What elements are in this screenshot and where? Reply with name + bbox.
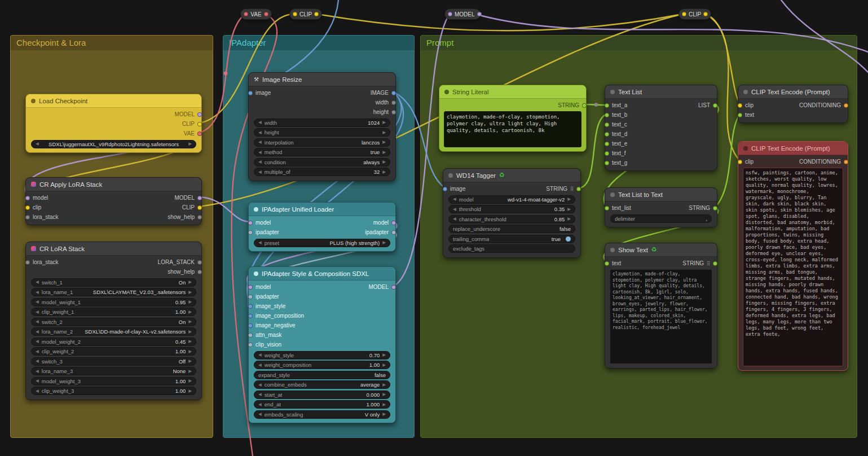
- input-slot-image[interactable]: [443, 187, 447, 191]
- output-slot-string[interactable]: [713, 206, 717, 211]
- left-arrow-icon[interactable]: ◀: [258, 363, 262, 367]
- right-arrow-icon[interactable]: ▶: [382, 240, 386, 245]
- string-textarea[interactable]: claymotion, made-of-clay, stopmotion, po…: [444, 111, 581, 147]
- left-arrow-icon[interactable]: ◀: [258, 130, 262, 135]
- left-arrow-icon[interactable]: ◀: [453, 217, 456, 221]
- node-ipadapter-unified-loader[interactable]: IPAdapter Unified Loader model model ipa…: [248, 202, 396, 252]
- widget-replace-underscore[interactable]: replace_underscorefalse: [448, 225, 575, 233]
- left-arrow-icon[interactable]: ◀: [36, 369, 39, 374]
- input-slot-ipadapter[interactable]: [248, 295, 253, 299]
- node-cr-lora-stack[interactable]: CR LoRA Stack lora_stack LORA_STACK show…: [25, 242, 202, 400]
- left-arrow-icon[interactable]: ◀: [36, 359, 39, 363]
- widget-lora-name-1[interactable]: ◀lora_name_1SDXL\CLAYMATE_V2.03_.safeten…: [31, 288, 196, 296]
- output-slot-model[interactable]: [391, 221, 396, 225]
- left-arrow-icon[interactable]: ◀: [36, 280, 39, 284]
- output-slot-clip[interactable]: [197, 122, 202, 126]
- widget-weight-composition[interactable]: ◀weight_composition1.00▶: [254, 361, 390, 369]
- right-arrow-icon[interactable]: ▶: [382, 383, 386, 387]
- input-slot-image-style[interactable]: [248, 304, 253, 309]
- output-slot-width[interactable]: [391, 100, 396, 105]
- left-arrow-icon[interactable]: ◀: [258, 353, 262, 357]
- reroute-pill-clip-2[interactable]: CLIP: [678, 8, 711, 20]
- output-slot-model[interactable]: [391, 285, 396, 290]
- input-slot-image[interactable]: [248, 91, 253, 95]
- right-arrow-icon[interactable]: ▶: [382, 392, 386, 397]
- node-text-list-to-text[interactable]: Text List to Text text_list STRING delim…: [605, 187, 717, 227]
- widget-expand-style[interactable]: expand_stylefalse: [254, 371, 390, 379]
- toggle-dot-icon[interactable]: [566, 236, 571, 242]
- right-arrow-icon[interactable]: ▶: [567, 197, 571, 201]
- right-arrow-icon[interactable]: ▶: [188, 379, 192, 383]
- output-slot-model[interactable]: [197, 196, 202, 200]
- node-header[interactable]: CLIP Text Encode (Prompt): [738, 85, 848, 99]
- node-header[interactable]: CLIP Text Encode (Prompt): [738, 142, 848, 155]
- collapse-dot-icon[interactable]: [254, 207, 258, 212]
- input-slot-ipadapter[interactable]: [248, 230, 253, 235]
- left-arrow-icon[interactable]: ◀: [258, 140, 262, 144]
- widget-end-at[interactable]: ◀end_at1.000▶: [254, 400, 390, 409]
- input-slot-lora-stack[interactable]: [25, 215, 30, 220]
- widget-clip-weight-1[interactable]: ◀clip_weight_11.00▶: [31, 308, 196, 316]
- collapse-dot-icon[interactable]: [448, 173, 453, 178]
- widget-switch-2[interactable]: ◀switch_2On▶: [31, 318, 196, 326]
- right-arrow-icon[interactable]: ▶: [382, 402, 386, 407]
- right-arrow-icon[interactable]: ▶: [382, 150, 386, 155]
- input-slot-text[interactable]: [738, 113, 742, 117]
- node-wd14-tagger[interactable]: WD14 Tagger ♻ image STRING⣿ ◀modelwd-v1-…: [443, 168, 581, 258]
- left-arrow-icon[interactable]: ◀: [36, 330, 39, 334]
- left-arrow-icon[interactable]: ◀: [36, 389, 39, 393]
- collapse-dot-icon[interactable]: [254, 271, 258, 276]
- combo-right-arrow-icon[interactable]: ▶: [188, 142, 192, 146]
- widget-clip-weight-3[interactable]: ◀clip_weight_31.00▶: [31, 387, 196, 395]
- node-header[interactable]: WD14 Tagger ♻: [443, 169, 580, 182]
- widget-exclude-tags[interactable]: exclude_tags: [448, 244, 575, 253]
- collapse-dot-icon[interactable]: [743, 146, 748, 151]
- left-arrow-icon[interactable]: ◀: [258, 412, 262, 416]
- right-arrow-icon[interactable]: ▶: [382, 120, 386, 125]
- output-slot-string[interactable]: [713, 261, 717, 266]
- widget-interpolation[interactable]: ◀interpolationlanczos▶: [254, 138, 390, 147]
- right-arrow-icon[interactable]: ▶: [188, 349, 192, 354]
- input-slot-vae[interactable]: [244, 12, 248, 16]
- input-slot-clip[interactable]: [682, 12, 686, 16]
- input-slot-attn-mask[interactable]: [248, 333, 253, 337]
- right-arrow-icon[interactable]: ▶: [188, 310, 192, 314]
- input-slot-model[interactable]: [248, 221, 253, 225]
- widget-delimiter[interactable]: delimiter,: [610, 214, 712, 223]
- node-load-checkpoint[interactable]: Load Checkpoint MODEL CLIP VAE ◀ SDXL\ju…: [25, 94, 202, 153]
- input-slot-text-c[interactable]: [605, 122, 609, 127]
- left-arrow-icon[interactable]: ◀: [258, 170, 262, 174]
- left-arrow-icon[interactable]: ◀: [258, 392, 262, 397]
- node-header[interactable]: IPAdapter Style & Composition SDXL: [249, 267, 395, 280]
- right-arrow-icon[interactable]: ▶: [382, 363, 386, 367]
- widget-character-threshold[interactable]: ◀character_threshold0.85▶: [448, 215, 575, 223]
- collapse-dot-icon[interactable]: [444, 90, 449, 94]
- node-header[interactable]: Text List: [605, 85, 717, 99]
- right-arrow-icon[interactable]: ▶: [188, 280, 192, 284]
- widget-embeds-scaling[interactable]: ◀embeds_scalingV only▶: [254, 410, 390, 419]
- input-slot-clip-vision[interactable]: [248, 343, 253, 347]
- combo-left-arrow-icon[interactable]: ◀: [36, 142, 39, 146]
- right-arrow-icon[interactable]: ▶: [188, 330, 192, 334]
- node-ipadapter-style-composition[interactable]: IPAdapter Style & Composition SDXL model…: [248, 266, 396, 423]
- reroute-pill-model[interactable]: MODEL: [444, 8, 481, 20]
- negative-prompt-textarea[interactable]: nsfw, paintings, cartoon, anime, sketche…: [743, 168, 843, 366]
- input-slot-text-f[interactable]: [605, 151, 609, 156]
- group-header[interactable]: Prompt: [421, 36, 857, 50]
- right-arrow-icon[interactable]: ▶: [382, 170, 386, 174]
- widget-model[interactable]: ◀modelwd-v1-4-moat-tagger-v2▶: [448, 195, 575, 204]
- right-arrow-icon[interactable]: ▶: [188, 359, 192, 363]
- widget-combine-embeds[interactable]: ◀combine_embedsaverage▶: [254, 380, 390, 389]
- input-slot-lora-stack[interactable]: [25, 260, 30, 265]
- node-header[interactable]: Show Text ♻: [605, 243, 717, 257]
- ckpt-name-combo[interactable]: ◀ SDXL\juggernautXL_v9Rdphoto2Lightning.…: [31, 140, 196, 148]
- output-slot-ipadapter[interactable]: [391, 230, 396, 235]
- output-slot-model[interactable]: [197, 112, 202, 117]
- output-slot-height[interactable]: [391, 110, 396, 115]
- node-clip-text-encode-negative[interactable]: CLIP Text Encode (Prompt) clip CONDITION…: [738, 141, 848, 371]
- right-arrow-icon[interactable]: ▶: [567, 207, 571, 212]
- output-slot-clip[interactable]: [197, 205, 202, 210]
- widget-weight-style[interactable]: ◀weight_style0.70▶: [254, 351, 390, 359]
- output-slot-clip[interactable]: [314, 12, 319, 16]
- right-arrow-icon[interactable]: ▶: [188, 339, 192, 344]
